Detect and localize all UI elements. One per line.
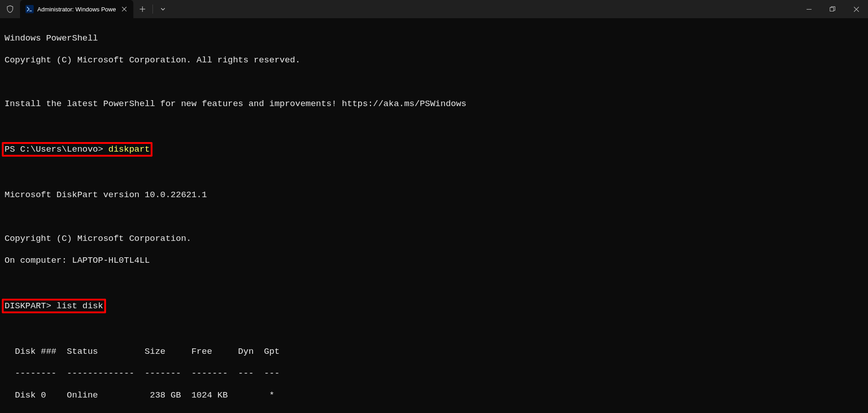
maximize-button[interactable] <box>821 0 844 18</box>
diskpart-copyright: Copyright (C) Microsoft Corporation. <box>5 234 191 244</box>
svg-rect-6 <box>830 8 834 11</box>
tab-close-button[interactable] <box>120 5 129 14</box>
command-text: list disk <box>56 301 103 311</box>
tab-title: Administrator: Windows Powe <box>37 6 116 13</box>
titlebar-left: Administrator: Windows Powe <box>0 0 797 18</box>
disk-table-header: Disk ### Status Size Free Dyn Gpt <box>5 347 279 357</box>
banner-line: Windows PowerShell <box>5 33 98 43</box>
diskpart-version: Microsoft DiskPart version 10.0.22621.1 <box>5 190 207 200</box>
disk-table-row: Disk 0 Online 238 GB 1024 KB * <box>5 390 274 400</box>
minimize-button[interactable] <box>797 0 821 18</box>
ps-prompt: PS C:\Users\Lenovo> <box>5 144 108 154</box>
diskpart-prompt: DISKPART> <box>5 301 56 311</box>
disk-table-divider: -------- ------------- ------- ------- -… <box>5 368 279 378</box>
highlighted-command-diskpart: PS C:\Users\Lenovo> diskpart <box>2 142 152 157</box>
window-controls <box>797 0 868 18</box>
command-text: diskpart <box>108 144 150 154</box>
banner-line: Copyright (C) Microsoft Corporation. All… <box>5 55 300 65</box>
divider <box>152 5 153 14</box>
close-button[interactable] <box>844 0 868 18</box>
tab-powershell[interactable]: Administrator: Windows Powe <box>20 0 133 18</box>
titlebar: Administrator: Windows Powe <box>0 0 868 18</box>
banner-line: Install the latest PowerShell for new fe… <box>5 99 467 109</box>
shield-icon <box>0 0 20 18</box>
powershell-icon <box>25 5 34 13</box>
diskpart-computer: On computer: LAPTOP-HL0TL4LL <box>5 255 150 265</box>
terminal-output[interactable]: Windows PowerShell Copyright (C) Microso… <box>0 18 868 413</box>
tab-dropdown-button[interactable] <box>154 0 172 18</box>
highlighted-command-listdisk: DISKPART> list disk <box>2 299 106 313</box>
new-tab-button[interactable] <box>133 0 152 18</box>
